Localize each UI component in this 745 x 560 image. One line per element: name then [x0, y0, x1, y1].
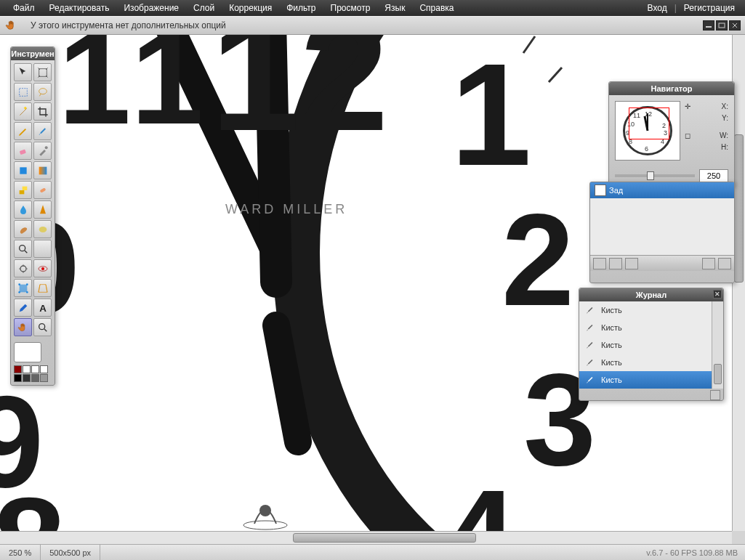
svg-point-23: [20, 266, 26, 272]
layer-delete-button[interactable]: [718, 258, 731, 269]
history-item[interactable]: Кисть: [579, 371, 723, 389]
zoom-slider[interactable]: [615, 174, 695, 177]
perspective-tool[interactable]: [33, 279, 52, 297]
svg-point-25: [41, 267, 44, 270]
swatch-color[interactable]: [23, 365, 31, 373]
svg-point-30: [26, 291, 28, 293]
layer-fx-button[interactable]: [625, 258, 638, 269]
crop-tool[interactable]: [33, 102, 52, 121]
brush-tool[interactable]: [33, 122, 52, 140]
lasso-tool[interactable]: [33, 83, 52, 101]
svg-point-32: [39, 323, 44, 329]
menu-edit[interactable]: Редактировать: [42, 3, 117, 13]
history-item[interactable]: Кисть: [579, 354, 723, 371]
menu-view[interactable]: Просмотр: [323, 3, 378, 13]
numeral-11: 11: [58, 35, 204, 144]
pencil-tool[interactable]: [14, 122, 32, 140]
menu-language[interactable]: Язык: [377, 3, 412, 13]
move-tool[interactable]: [14, 63, 32, 81]
swatch-color[interactable]: [23, 374, 31, 382]
foreground-color[interactable]: [14, 342, 41, 362]
history-item-label: Кисть: [601, 323, 622, 332]
toolbox-title[interactable]: Инструмен: [11, 47, 55, 60]
svg-point-28: [26, 283, 28, 285]
layer-new-button[interactable]: [702, 258, 715, 269]
gradient-tool[interactable]: [33, 161, 52, 179]
minimize-button[interactable]: [703, 20, 714, 31]
login-link[interactable]: Вход: [643, 3, 672, 13]
menu-correction[interactable]: Коррекция: [222, 3, 279, 13]
swatch-color[interactable]: [40, 365, 48, 373]
layers-panel: Зад: [589, 182, 735, 283]
layer-mask-button[interactable]: [609, 258, 622, 269]
history-title[interactable]: Журнал ✕: [579, 288, 723, 301]
menu-bar: Файл Редактировать Изображение Слой Корр…: [0, 0, 745, 16]
svg-rect-12: [19, 88, 27, 96]
swatch-color[interactable]: [31, 374, 39, 382]
sharpen-tool[interactable]: [33, 200, 52, 219]
menu-image[interactable]: Изображение: [116, 3, 186, 13]
swatch-color[interactable]: [40, 374, 48, 382]
navigator-title[interactable]: Навигатор: [609, 82, 734, 95]
swatch-color[interactable]: [14, 365, 22, 373]
sponge-tool[interactable]: [33, 220, 52, 238]
fill-tool[interactable]: [14, 161, 32, 179]
history-item-label: Кисть: [601, 306, 622, 315]
svg-text:A: A: [39, 302, 47, 313]
blur-tool[interactable]: [14, 200, 32, 219]
svg-rect-18: [19, 190, 24, 194]
eraser-tool[interactable]: [14, 142, 32, 160]
layer-toggle-button[interactable]: [593, 258, 606, 269]
warp-tool[interactable]: [14, 279, 32, 297]
zoom-value-input[interactable]: [699, 169, 728, 182]
eyedropper-tool[interactable]: [14, 299, 32, 317]
history-item[interactable]: Кисть: [579, 336, 723, 354]
menu-filter[interactable]: Фильтр: [279, 3, 323, 13]
svg-point-29: [18, 291, 20, 293]
svg-text:6: 6: [645, 145, 648, 153]
heal-tool[interactable]: [33, 181, 52, 199]
options-bar: У этого инструмента нет дополнительных о…: [0, 16, 745, 35]
marquee-tool[interactable]: [14, 83, 32, 101]
svg-line-4: [276, 325, 298, 442]
close-button[interactable]: [729, 20, 741, 31]
history-item[interactable]: Кисть: [579, 319, 723, 336]
wand-tool[interactable]: [14, 102, 32, 121]
navigator-thumbnail[interactable]: 12 2 3 4 6 8 9 10 11: [615, 101, 680, 161]
history-scroll-thumb[interactable]: [714, 364, 722, 384]
history-item-label: Кисть: [601, 376, 622, 384]
history-item[interactable]: Кисть: [579, 301, 723, 319]
redeye-tool[interactable]: [33, 259, 52, 277]
navigator-info: ✛X: Y: ◻W: H:: [685, 101, 728, 161]
search-tool[interactable]: [33, 318, 52, 336]
smudge-tool[interactable]: [14, 220, 32, 238]
navigator-viewport-rect[interactable]: [629, 107, 669, 139]
zoom-slider-knob[interactable]: [647, 171, 654, 180]
menu-help[interactable]: Справка: [412, 3, 461, 13]
clone-tool[interactable]: [14, 181, 32, 199]
maximize-button[interactable]: [716, 20, 728, 31]
layers-list[interactable]: [590, 198, 734, 255]
scroll-corner: [732, 531, 745, 544]
svg-rect-20: [39, 187, 46, 192]
menu-file[interactable]: Файл: [6, 3, 42, 13]
swatch-color[interactable]: [14, 374, 22, 382]
vscroll-thumb[interactable]: [734, 134, 744, 283]
measure-tool[interactable]: [33, 240, 52, 258]
dodge-tool[interactable]: [14, 259, 32, 277]
swatch-color[interactable]: [31, 365, 39, 373]
hand-tool[interactable]: [14, 318, 32, 336]
horizontal-scrollbar[interactable]: [0, 531, 732, 544]
layers-tab-active[interactable]: Зад: [590, 182, 627, 198]
zoom-tool[interactable]: [14, 240, 32, 258]
history-close-button[interactable]: ✕: [713, 290, 722, 299]
airbrush-tool[interactable]: [33, 142, 52, 160]
register-link[interactable]: Регистрация: [680, 3, 739, 13]
transform-tool[interactable]: [33, 63, 52, 81]
hscroll-thumb[interactable]: [293, 533, 476, 543]
history-delete-button[interactable]: [710, 390, 720, 400]
status-zoom[interactable]: 250 %: [0, 545, 41, 560]
text-tool[interactable]: A: [33, 299, 52, 317]
history-scrollbar[interactable]: [712, 301, 723, 389]
menu-layer[interactable]: Слой: [186, 3, 222, 13]
